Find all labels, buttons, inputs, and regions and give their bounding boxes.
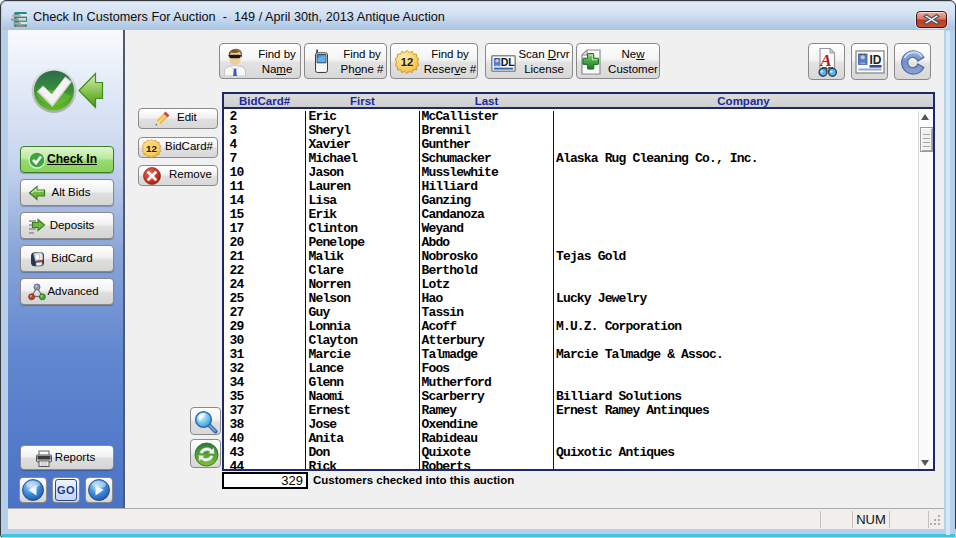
svg-text:DL: DL — [501, 56, 516, 68]
svg-text:12: 12 — [146, 143, 157, 154]
svg-text:ID: ID — [870, 53, 882, 67]
svg-text:12: 12 — [401, 56, 413, 68]
